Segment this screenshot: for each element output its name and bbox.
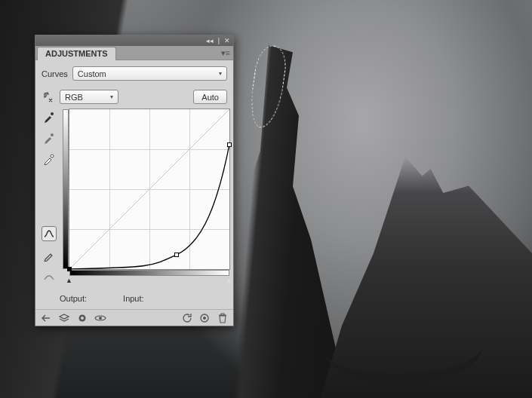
curve-tool-icon[interactable]: [42, 226, 57, 241]
preset-select[interactable]: Custom ▾: [72, 66, 227, 81]
chevron-down-icon: ▾: [110, 93, 113, 100]
sampler-tools: [42, 109, 57, 283]
curve-svg: [69, 109, 229, 269]
reset-icon[interactable]: [180, 312, 192, 324]
channel-value: RGB: [65, 93, 83, 102]
curve-point[interactable]: [227, 142, 232, 147]
tab-label: ADJUSTMENTS: [45, 49, 108, 58]
adjustment-type-label: Curves: [42, 69, 68, 78]
svg-line-3: [69, 109, 229, 269]
eyedropper-white-icon[interactable]: [42, 152, 56, 166]
svg-point-0: [51, 112, 54, 115]
trash-icon[interactable]: [217, 312, 229, 324]
tab-adjustments[interactable]: ADJUSTMENTS: [37, 47, 116, 60]
auto-label: Auto: [201, 93, 219, 102]
svg-point-1: [51, 133, 54, 136]
auto-button[interactable]: Auto: [193, 90, 227, 104]
panel-footer: [35, 309, 233, 326]
hand-target-icon[interactable]: [42, 90, 55, 104]
close-icon[interactable]: ✕: [224, 38, 230, 44]
input-label: Input:: [123, 294, 144, 303]
smooth-tool-icon[interactable]: [42, 270, 56, 283]
preset-value: Custom: [78, 69, 106, 78]
curves-graph[interactable]: ▲ ▲: [69, 109, 230, 270]
svg-point-5: [81, 317, 84, 320]
prev-state-icon[interactable]: [198, 312, 211, 324]
pencil-tool-icon[interactable]: [42, 249, 56, 262]
black-slider[interactable]: ▲: [66, 277, 73, 283]
white-slider[interactable]: ▲: [226, 277, 233, 283]
output-gradient: [63, 109, 69, 269]
curve-point[interactable]: [67, 267, 72, 271]
chevron-down-icon: ▾: [219, 70, 222, 77]
svg-point-6: [99, 317, 102, 320]
layer-stack-icon[interactable]: [58, 312, 70, 324]
clip-mask-icon[interactable]: [76, 312, 88, 324]
adjustments-panel: ◂◂ | ✕ ADJUSTMENTS ▾≡ Curves Custom ▾ RG…: [35, 35, 234, 326]
panel-menu-icon[interactable]: ▾≡: [221, 48, 230, 58]
curve-point[interactable]: [174, 253, 179, 257]
panel-titlebar[interactable]: ◂◂ | ✕: [35, 35, 233, 46]
panel-tabs: ADJUSTMENTS ▾≡: [35, 46, 233, 60]
back-arrow-icon[interactable]: [40, 312, 52, 324]
svg-point-2: [51, 155, 54, 158]
eye-icon[interactable]: [94, 312, 106, 324]
channel-row: RGB ▾ Auto: [35, 85, 233, 109]
readout-row: Output: Input:: [35, 283, 233, 309]
output-label: Output:: [60, 294, 87, 303]
divider: |: [218, 38, 220, 44]
collapse-icon[interactable]: ◂◂: [206, 38, 214, 44]
graph-area: ▲ ▲: [35, 109, 233, 283]
input-gradient: [69, 270, 229, 276]
channel-select[interactable]: RGB ▾: [60, 90, 118, 104]
eyedropper-gray-icon[interactable]: [42, 131, 56, 145]
preset-row: Curves Custom ▾: [35, 60, 233, 85]
eyedropper-black-icon[interactable]: [42, 110, 56, 124]
